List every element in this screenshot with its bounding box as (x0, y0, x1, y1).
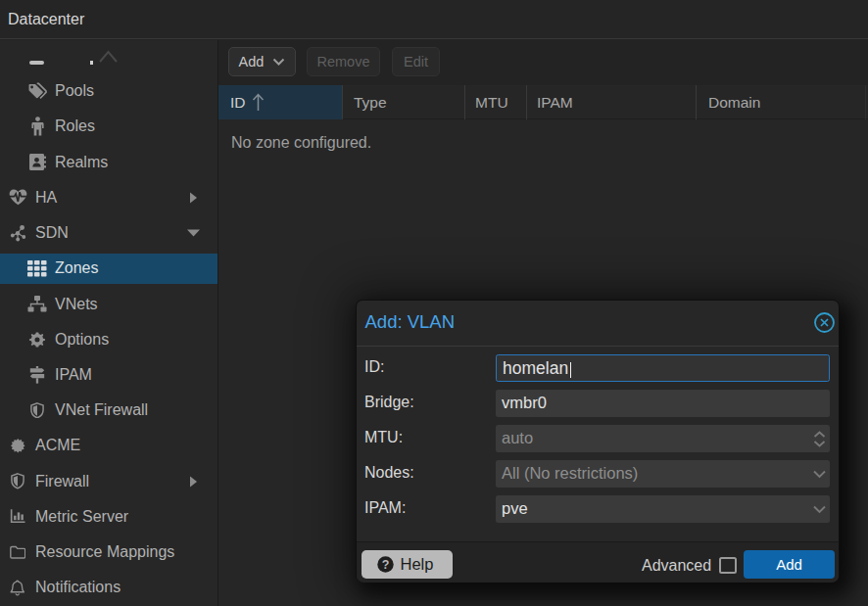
svg-text:?: ? (381, 558, 389, 572)
